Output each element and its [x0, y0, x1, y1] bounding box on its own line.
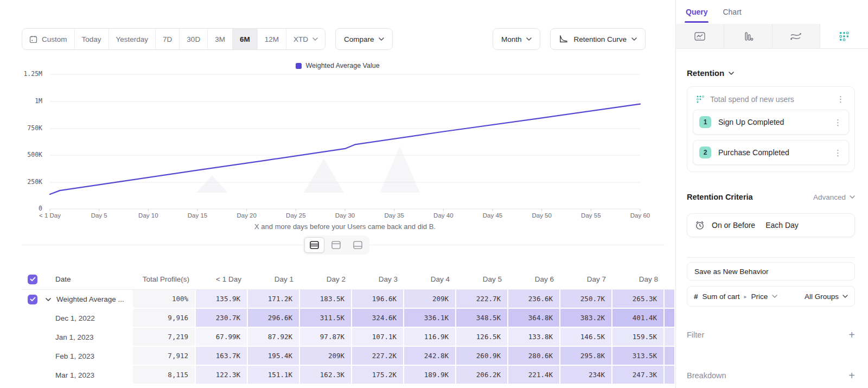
- column-header-day[interactable]: < 1 Day: [196, 269, 248, 290]
- value-cell: 196.6K: [352, 290, 404, 309]
- x-axis-tick: Day 45: [468, 212, 517, 219]
- alarm-clock-icon: [695, 220, 705, 230]
- range-6m-button[interactable]: 6M: [233, 29, 258, 49]
- column-header-day[interactable]: Day 8: [612, 269, 665, 290]
- toolbar-left: Custom Today Yesterday 7D 30D 3M 6M 12M …: [22, 28, 393, 50]
- add-filter-button[interactable]: +: [848, 329, 855, 340]
- row-checkbox-cell: [22, 347, 43, 366]
- property-row: # Sum of cart ▸ Price All Groups: [687, 286, 855, 307]
- value-cell: 206.2K: [456, 366, 508, 385]
- report-type-dropdown[interactable]: Retention: [687, 68, 855, 78]
- row-expander-icon[interactable]: [46, 298, 51, 301]
- total-cell: 7,219: [133, 328, 196, 347]
- value-cell: 311.5K: [300, 309, 352, 328]
- range-3m-button[interactable]: 3M: [208, 29, 233, 49]
- kebab-menu-icon[interactable]: ⋮: [832, 117, 844, 128]
- calendar-icon: [29, 35, 37, 43]
- range-xtd-button[interactable]: XTD: [286, 29, 325, 49]
- table-only-view-button[interactable]: [348, 237, 368, 253]
- range-12m-button[interactable]: 12M: [258, 29, 286, 49]
- row-checkbox[interactable]: [28, 295, 37, 304]
- split-view-button[interactable]: [304, 237, 324, 253]
- x-axis-tick: Day 10: [124, 212, 173, 219]
- property-name[interactable]: Sum of cart: [703, 292, 740, 301]
- row-checkbox-cell: [22, 290, 43, 309]
- column-header-day[interactable]: Day 5: [456, 269, 508, 290]
- property-sub[interactable]: Price: [751, 292, 768, 301]
- value-cell: 247.3K: [612, 366, 665, 385]
- column-header-date[interactable]: Date: [43, 269, 133, 290]
- chart-type-button[interactable]: Retention Curve: [550, 28, 646, 50]
- value-cell: 295.8K: [560, 347, 612, 366]
- value-cell: 236.6K: [508, 290, 560, 309]
- total-cell: 8,115: [133, 366, 196, 385]
- range-7d-button[interactable]: 7D: [156, 29, 180, 49]
- kebab-menu-icon[interactable]: ⋮: [834, 94, 847, 104]
- filter-section: Filter +: [687, 329, 855, 340]
- total-cell: 100%: [133, 290, 196, 309]
- value-cell-clipped: [665, 309, 674, 328]
- criteria-timing-card[interactable]: On or Before Each Day: [687, 213, 855, 237]
- value-cell: 97.87K: [300, 328, 352, 347]
- report-type-tabs: [676, 24, 868, 49]
- value-cell: 364.8K: [508, 309, 560, 328]
- tab-flows[interactable]: [773, 24, 821, 48]
- sidebar-divider: [687, 257, 855, 258]
- all-groups-dropdown[interactable]: All Groups: [805, 292, 848, 301]
- tab-insights[interactable]: [676, 24, 724, 48]
- y-axis-tick: 750K: [8, 124, 42, 132]
- column-header-total[interactable]: Total Profile(s): [133, 269, 196, 290]
- range-today-button[interactable]: Today: [75, 29, 109, 49]
- retention-curve-icon: [559, 35, 569, 43]
- criteria-window[interactable]: Each Day: [765, 221, 799, 230]
- save-as-new-behavior-button[interactable]: Save as New Behavior: [687, 262, 855, 281]
- x-axis-tick: Day 20: [222, 212, 271, 219]
- tab-chart[interactable]: Chart: [723, 0, 741, 24]
- value-cell: 163.7K: [196, 347, 248, 366]
- value-cell: 221.4K: [508, 366, 560, 385]
- select-all-checkbox[interactable]: [28, 275, 37, 284]
- column-header-day[interactable]: Day 2: [300, 269, 352, 290]
- compare-button[interactable]: Compare: [335, 28, 393, 50]
- tab-funnels[interactable]: [724, 24, 773, 48]
- tab-retention[interactable]: [820, 24, 868, 48]
- criteria-mode-dropdown[interactable]: Advanced: [813, 193, 855, 201]
- value-cell: 116.9K: [404, 328, 456, 347]
- sidebar-content: Retention Total spend of new users ⋮ 1 S…: [676, 49, 868, 381]
- event-row-sign-up[interactable]: 1 Sign Up Completed ⋮: [693, 110, 849, 135]
- column-header-day[interactable]: Day 6: [508, 269, 560, 290]
- granularity-button[interactable]: Month: [493, 28, 541, 50]
- range-custom-button[interactable]: Custom: [22, 29, 75, 49]
- value-cell: 151.1K: [248, 366, 300, 385]
- tab-query[interactable]: Query: [686, 0, 707, 24]
- column-header-day[interactable]: Day 3: [352, 269, 404, 290]
- column-header-day[interactable]: Day 1: [248, 269, 300, 290]
- event-row-purchase[interactable]: 2 Purchase Completed ⋮: [693, 140, 849, 165]
- value-cell: 189.9K: [404, 366, 456, 385]
- range-yesterday-button[interactable]: Yesterday: [109, 29, 156, 49]
- y-axis-tick: 0: [8, 205, 42, 212]
- value-cell: 230.7K: [196, 309, 248, 328]
- legend-swatch: [296, 63, 302, 69]
- total-cell: 9,916: [133, 309, 196, 328]
- toolbar-right: Month Retention Curve: [493, 28, 646, 50]
- chevron-down-icon: [526, 37, 532, 41]
- query-sidebar: Query Chart Retention: [675, 0, 868, 388]
- range-30d-button[interactable]: 30D: [180, 29, 208, 49]
- add-breakdown-button[interactable]: +: [848, 370, 855, 381]
- column-header-day[interactable]: Day 4: [404, 269, 456, 290]
- retention-criteria-header: Retention Criteria Advanced: [687, 193, 855, 201]
- y-axis-tick: 250K: [8, 178, 42, 186]
- value-cell: 260.9K: [456, 347, 508, 366]
- value-cell: 250.7K: [560, 290, 612, 309]
- value-cell: 195.4K: [248, 347, 300, 366]
- column-header-day[interactable]: Day 7: [560, 269, 612, 290]
- kebab-menu-icon[interactable]: ⋮: [832, 148, 844, 158]
- value-cell: 87.92K: [248, 328, 300, 347]
- value-cell: 159.5K: [612, 328, 665, 347]
- legend-item[interactable]: Weighted Average Value: [296, 62, 379, 69]
- criteria-timing[interactable]: On or Before: [712, 221, 755, 230]
- chart-only-view-button[interactable]: [326, 237, 346, 253]
- y-axis-tick: 1.25M: [8, 70, 42, 78]
- value-cell: 401.4K: [612, 309, 665, 328]
